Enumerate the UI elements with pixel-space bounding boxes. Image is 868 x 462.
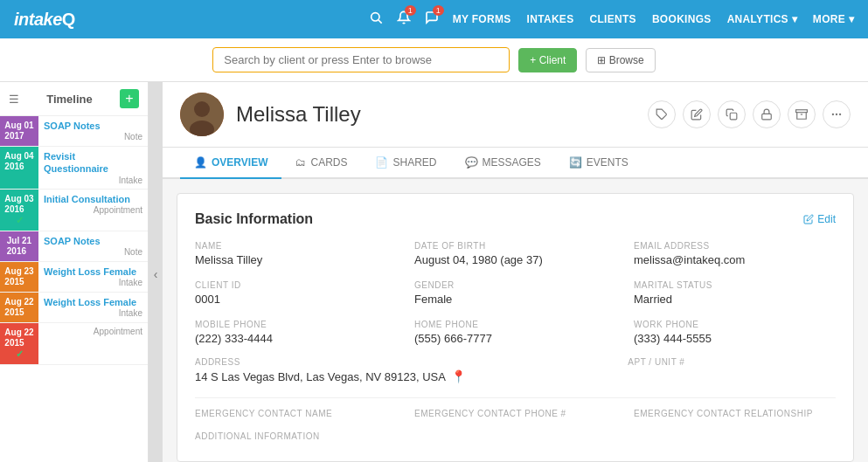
field-client-id: CLIENT ID 0001	[195, 280, 397, 306]
emergency-phone-label: EMERGENCY CONTACT PHONE #	[414, 409, 616, 418]
work-phone-value: (333) 444-5555	[634, 332, 836, 345]
svg-point-12	[840, 114, 841, 114]
nav-analytics[interactable]: ANALYTICS ▾	[727, 13, 797, 25]
field-mobile: MOBILE PHONE (222) 333-4444	[195, 320, 397, 345]
field-emergency-rel: EMERGENCY CONTACT RELATIONSHIP	[634, 409, 836, 421]
notifications-icon-btn[interactable]: 1	[397, 10, 411, 28]
timeline-date: Jul 212016	[0, 231, 38, 261]
tab-shared[interactable]: 📄 SHARED	[361, 148, 450, 179]
client-id-label: CLIENT ID	[195, 280, 397, 290]
edit-icon-btn[interactable]	[683, 100, 711, 128]
field-emergency-phone: EMERGENCY CONTACT PHONE #	[414, 409, 616, 421]
gender-value: Female	[414, 293, 616, 306]
timeline-title: Revisit Questionnaire	[44, 150, 142, 176]
top-nav: intakeQ 1 1 MY FORMS INTAKES CLIENTS BOO…	[0, 0, 868, 38]
timeline-item[interactable]: Aug 222015✓ Appointment	[0, 323, 148, 365]
edit-pencil-icon	[803, 214, 814, 224]
timeline-item[interactable]: Aug 042016 Revisit Questionnaire Intake	[0, 147, 148, 190]
messages-icon-btn[interactable]: 1	[425, 10, 439, 28]
client-header: Melissa Tilley	[163, 82, 868, 148]
timeline-type: Note	[44, 247, 142, 257]
timeline-date: Aug 222015✓	[0, 323, 38, 364]
field-home-phone: HOME PHONE (555) 666-7777	[414, 320, 616, 345]
timeline-title: Weight Loss Female	[44, 265, 142, 278]
tab-messages-label: MESSAGES	[483, 156, 541, 169]
basic-info-card: Basic Information Edit NAME Melissa Till…	[177, 193, 854, 462]
gender-label: GENDER	[414, 280, 616, 290]
name-label: NAME	[195, 241, 397, 251]
timeline-item[interactable]: Jul 212016 SOAP Notes Note	[0, 231, 148, 262]
search-icon-btn[interactable]	[369, 10, 383, 28]
timeline-content: Revisit Questionnaire Intake	[38, 147, 148, 189]
sidebar-title: Timeline	[46, 93, 93, 106]
lock-icon-btn[interactable]	[753, 100, 781, 128]
apt-label: APT / UNIT #	[628, 357, 836, 367]
archive-icon-btn[interactable]	[788, 100, 816, 128]
basic-info-title: Basic Information	[195, 211, 313, 227]
info-card-header: Basic Information Edit	[195, 211, 836, 227]
address-value: 14 S Las Vegas Blvd, Las Vegas, NV 89123…	[195, 369, 610, 383]
svg-point-0	[371, 13, 378, 21]
timeline-title: SOAP Notes	[44, 120, 142, 132]
home-phone-label: HOME PHONE	[414, 320, 616, 329]
avatar-image	[180, 93, 224, 136]
main-layout: ☰ Timeline + Aug 012017 SOAP Notes Note …	[0, 82, 868, 462]
map-pin-icon: 📍	[451, 369, 466, 383]
tab-cards-label: CARDS	[310, 156, 347, 169]
nav-clients[interactable]: CLIENTS	[589, 13, 635, 25]
timeline-item[interactable]: Aug 222015 Weight Loss Female Intake	[0, 293, 148, 323]
content-area: Melissa Tilley	[163, 82, 868, 462]
marital-value: Married	[634, 293, 836, 306]
svg-point-3	[194, 101, 210, 117]
timeline-date: Aug 032016✓	[0, 190, 38, 231]
tab-overview-label: OVERVIEW	[212, 156, 267, 169]
timeline-title: Weight Loss Female	[44, 296, 142, 308]
edit-button[interactable]: Edit	[803, 213, 836, 225]
emergency-section: EMERGENCY CONTACT NAME EMERGENCY CONTACT…	[195, 397, 836, 441]
field-work-phone: WORK PHONE (333) 444-5555	[634, 320, 836, 345]
nav-more[interactable]: MORE ▾	[813, 13, 854, 25]
timeline-content: SOAP Notes Note	[38, 231, 148, 261]
sidebar: ☰ Timeline + Aug 012017 SOAP Notes Note …	[0, 82, 149, 462]
client-name: Melissa Tilley	[236, 102, 361, 127]
timeline-item[interactable]: Aug 032016✓ Initial Consultation Appoint…	[0, 190, 148, 231]
timeline-type: Appointment	[44, 327, 142, 336]
field-emergency-name: EMERGENCY CONTACT NAME	[195, 409, 397, 421]
tab-cards[interactable]: 🗂 CARDS	[281, 148, 361, 179]
tab-events-label: EVENTS	[587, 156, 628, 169]
field-gender: GENDER Female	[414, 280, 616, 306]
address-label: ADDRESS	[195, 357, 610, 367]
sidebar-header: ☰ Timeline +	[0, 82, 148, 116]
nav-intakes[interactable]: INTAKES	[527, 13, 574, 25]
edit-label: Edit	[817, 213, 836, 225]
sidebar-menu-icon[interactable]: ☰	[9, 93, 19, 106]
mobile-label: MOBILE PHONE	[195, 320, 397, 329]
browse-button[interactable]: ⊞ Browse	[586, 48, 655, 72]
timeline-type: Appointment	[44, 205, 142, 215]
tag-icon-btn[interactable]	[648, 100, 676, 128]
nav-bookings[interactable]: BOOKINGS	[652, 13, 712, 25]
add-client-button[interactable]: + Client	[518, 48, 577, 72]
timeline-date: Aug 222015	[0, 293, 38, 322]
tab-events[interactable]: 🔄 EVENTS	[555, 148, 642, 179]
sidebar-add-button[interactable]: +	[120, 89, 139, 108]
events-icon: 🔄	[569, 156, 582, 169]
svg-point-10	[832, 114, 833, 114]
timeline-content: Weight Loss Female Intake	[38, 262, 148, 292]
sidebar-collapse-button[interactable]: ‹	[149, 82, 163, 462]
client-id-value: 0001	[195, 293, 397, 306]
timeline-type: Intake	[44, 278, 142, 287]
nav-my-forms[interactable]: MY FORMS	[453, 13, 511, 25]
tab-messages[interactable]: 💬 MESSAGES	[451, 148, 555, 179]
tab-overview[interactable]: 👤 OVERVIEW	[180, 148, 281, 179]
info-grid: NAME Melissa Tilley DATE OF BIRTH August…	[195, 241, 836, 345]
search-input[interactable]	[212, 47, 510, 72]
timeline-item[interactable]: Aug 232015 Weight Loss Female Intake	[0, 262, 148, 293]
timeline-item[interactable]: Aug 012017 SOAP Notes Note	[0, 116, 148, 147]
copy-icon-btn[interactable]	[718, 100, 746, 128]
emergency-name-label: EMERGENCY CONTACT NAME	[195, 409, 397, 418]
nav-right: 1 1 MY FORMS INTAKES CLIENTS BOOKINGS AN…	[369, 10, 854, 28]
more-icon-btn[interactable]	[823, 100, 851, 128]
email-label: EMAIL ADDRESS	[634, 241, 836, 251]
timeline-date: Aug 042016	[0, 147, 38, 189]
